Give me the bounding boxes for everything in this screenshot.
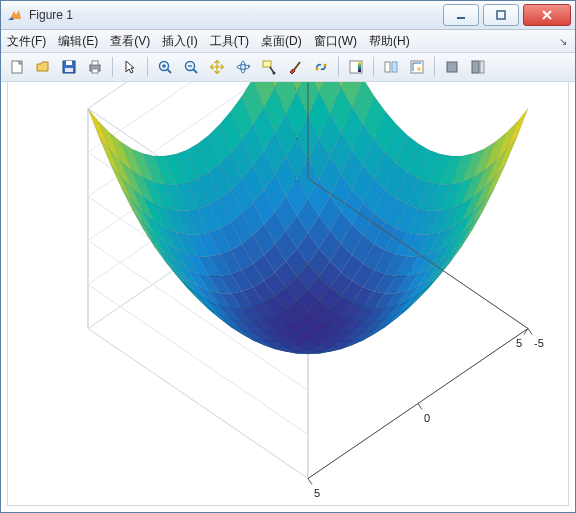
save-button[interactable] [57, 55, 81, 79]
menu-edit[interactable]: 编辑(E) [58, 33, 98, 50]
window-buttons [439, 4, 571, 26]
svg-marker-261 [88, 109, 110, 151]
svg-text:5: 5 [314, 487, 320, 499]
svg-point-16 [324, 64, 327, 67]
menu-file[interactable]: 文件(F) [7, 33, 46, 50]
close-button[interactable] [523, 4, 571, 26]
menubar: 文件(F) 编辑(E) 查看(V) 插入(I) 工具(T) 桌面(D) 窗口(W… [1, 30, 575, 53]
svg-text:-5: -5 [534, 337, 544, 349]
brush-button[interactable] [283, 55, 307, 79]
legend-button[interactable] [379, 55, 403, 79]
svg-point-22 [417, 67, 421, 71]
dock-corner-icon[interactable]: ↘ [559, 36, 569, 47]
link-button[interactable] [309, 55, 333, 79]
toolbar-separator [434, 57, 435, 77]
svg-rect-18 [358, 62, 361, 72]
show-plot-tools-icon [470, 59, 486, 75]
menu-help[interactable]: 帮助(H) [369, 33, 410, 50]
svg-line-472 [308, 329, 528, 479]
axes-props-icon [409, 59, 425, 75]
svg-rect-24 [472, 61, 479, 73]
zoom-in-button[interactable] [153, 55, 177, 79]
pan-button[interactable] [205, 55, 229, 79]
svg-rect-25 [480, 61, 484, 73]
matlab-logo-icon [7, 7, 23, 23]
toolbar-separator [112, 57, 113, 77]
svg-rect-5 [65, 68, 73, 72]
maximize-button[interactable] [483, 4, 519, 26]
titlebar[interactable]: Figure 1 [1, 1, 575, 30]
menu-insert[interactable]: 插入(I) [162, 33, 197, 50]
window-title: Figure 1 [29, 8, 439, 22]
toolbar-separator [147, 57, 148, 77]
brush-icon [287, 59, 303, 75]
svg-point-12 [241, 61, 245, 73]
datacursor-button[interactable] [257, 55, 281, 79]
axes-3d[interactable]: 01020304050-505-505 [7, 81, 569, 506]
pointer-icon [122, 59, 138, 75]
zoom-in-icon [157, 59, 173, 75]
svg-rect-13 [263, 61, 271, 67]
svg-rect-7 [92, 61, 98, 65]
svg-rect-20 [392, 62, 397, 72]
colorbar-button[interactable] [344, 55, 368, 79]
link-icon [313, 59, 329, 75]
hide-plot-tools-icon [444, 59, 460, 75]
axes-props-button[interactable] [405, 55, 429, 79]
svg-text:0: 0 [424, 412, 430, 424]
svg-rect-8 [92, 69, 98, 73]
open-icon [35, 59, 51, 75]
zoom-out-icon [183, 59, 199, 75]
svg-rect-23 [447, 62, 457, 72]
svg-marker-280 [506, 109, 528, 151]
hide-plot-tools-button[interactable] [440, 55, 464, 79]
print-icon [87, 59, 103, 75]
datacursor-icon [261, 59, 277, 75]
legend-icon [383, 59, 399, 75]
svg-rect-0 [457, 17, 465, 19]
pan-icon [209, 59, 225, 75]
menu-desktop[interactable]: 桌面(D) [261, 33, 302, 50]
zoom-out-button[interactable] [179, 55, 203, 79]
colorbar-icon [348, 59, 364, 75]
figure-window: Figure 1 文件(F) 编辑(E) 查看(V) 插入(I) 工具(T) 桌… [0, 0, 576, 513]
menu-window[interactable]: 窗口(W) [314, 33, 357, 50]
print-button[interactable] [83, 55, 107, 79]
menu-tools[interactable]: 工具(T) [210, 33, 249, 50]
pointer-button[interactable] [118, 55, 142, 79]
toolbar [1, 53, 575, 82]
show-plot-tools-button[interactable] [466, 55, 490, 79]
minimize-button[interactable] [443, 4, 479, 26]
svg-point-15 [316, 68, 319, 71]
svg-line-38 [88, 329, 308, 479]
rotate3d-button[interactable] [231, 55, 255, 79]
svg-rect-19 [385, 62, 390, 72]
toolbar-separator [338, 57, 339, 77]
rotate3d-icon [235, 59, 251, 75]
open-button[interactable] [31, 55, 55, 79]
save-icon [61, 59, 77, 75]
svg-point-14 [273, 72, 276, 75]
svg-rect-1 [497, 11, 505, 19]
new-figure-icon [9, 59, 25, 75]
svg-line-67 [418, 404, 422, 410]
svg-line-65 [528, 329, 532, 335]
new-figure-button[interactable] [5, 55, 29, 79]
svg-line-69 [308, 479, 312, 485]
svg-point-11 [237, 65, 249, 69]
toolbar-separator [373, 57, 374, 77]
svg-rect-4 [66, 61, 72, 65]
svg-text:5: 5 [516, 337, 522, 349]
menu-view[interactable]: 查看(V) [110, 33, 150, 50]
